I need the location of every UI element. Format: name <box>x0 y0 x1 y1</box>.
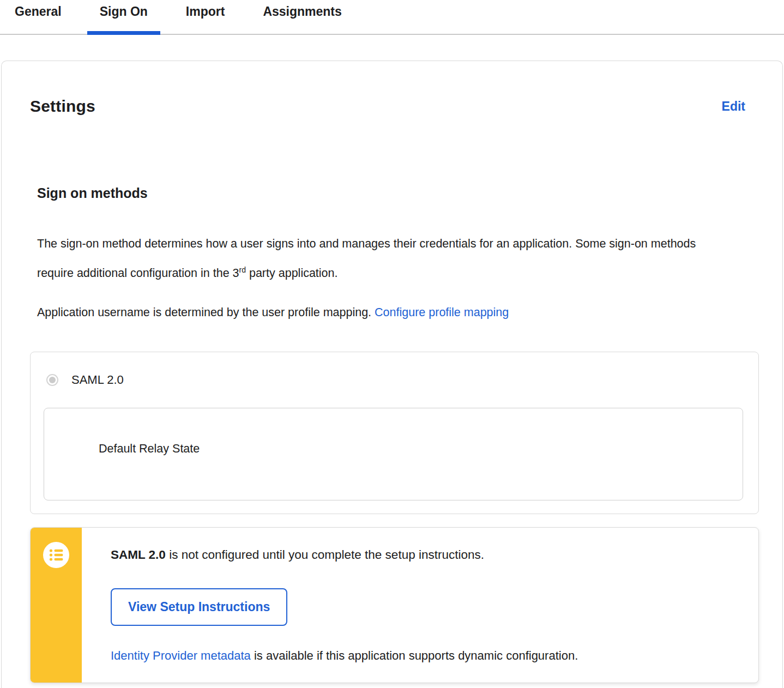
callout-message: SAML 2.0 is not configured until you com… <box>111 547 578 563</box>
description-text-part2: party application. <box>246 267 338 280</box>
callout-message-rest: is not configured until you complete the… <box>166 548 484 562</box>
app-tab-bar: General Sign On Import Assignments <box>0 0 784 35</box>
metadata-line: Identity Provider metadata is available … <box>111 649 578 663</box>
saml-method-box: SAML 2.0 Default Relay State <box>30 352 759 514</box>
description-superscript: rd <box>239 265 246 274</box>
saml-radio-label: SAML 2.0 <box>71 373 124 387</box>
description-text-part1: The sign-on method determines how a user… <box>37 237 696 280</box>
settings-title: Settings <box>30 97 95 116</box>
settings-card: Settings Edit Sign on methods The sign-o… <box>1 61 783 688</box>
metadata-line-rest: is available if this application support… <box>251 649 578 662</box>
sign-on-methods-description: The sign-on method determines how a user… <box>37 231 719 286</box>
callout-accent-strip <box>31 528 82 683</box>
tab-import[interactable]: Import <box>173 0 238 34</box>
view-setup-instructions-button[interactable]: View Setup Instructions <box>111 588 287 626</box>
tab-general[interactable]: General <box>2 0 74 34</box>
tab-sign-on[interactable]: Sign On <box>87 0 160 34</box>
saml-setup-callout: SAML 2.0 is not configured until you com… <box>30 527 759 683</box>
callout-body: SAML 2.0 is not configured until you com… <box>82 528 589 683</box>
list-icon <box>43 542 69 570</box>
sign-on-methods-heading: Sign on methods <box>37 185 759 201</box>
configure-profile-mapping-link[interactable]: Configure profile mapping <box>375 306 509 319</box>
username-mapping-text: Application username is determined by th… <box>37 306 375 319</box>
saml-radio-row: SAML 2.0 <box>46 373 743 387</box>
saml-radio-button[interactable] <box>46 374 58 386</box>
saml-options-box: Default Relay State <box>44 408 743 500</box>
edit-settings-link[interactable]: Edit <box>722 99 745 114</box>
callout-message-bold: SAML 2.0 <box>111 548 166 562</box>
default-relay-state-label: Default Relay State <box>99 442 200 455</box>
settings-card-header: Settings Edit <box>30 86 759 126</box>
tab-assignments[interactable]: Assignments <box>250 0 354 34</box>
identity-provider-metadata-link[interactable]: Identity Provider metadata <box>111 649 251 662</box>
username-mapping-line: Application username is determined by th… <box>37 299 719 325</box>
